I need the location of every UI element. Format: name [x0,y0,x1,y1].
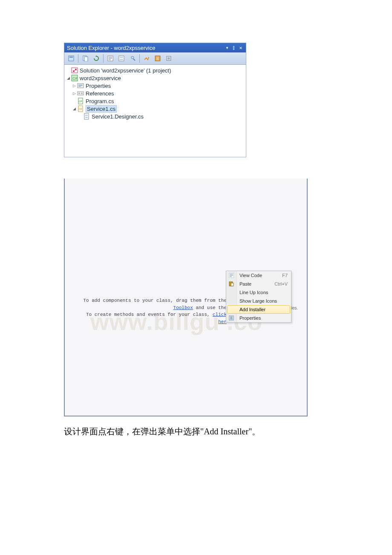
expand-icon[interactable]: ▷ [71,91,77,95]
tree-node-program[interactable]: c# Program.cs [65,97,245,105]
solution-explorer-panel: Solution Explorer - word2xpsservice ▾ ⫿ … [64,43,246,157]
solution-icon [71,67,78,74]
hint-line1a: To add components to your class, drag th… [83,298,227,303]
close-icon[interactable]: ✕ [237,45,244,50]
code-icon [226,271,237,280]
menu-item-show-large-icons[interactable]: Show Large Icons [226,297,291,305]
wrench-icon [77,82,84,89]
svg-rect-26 [85,117,88,118]
references-icon [77,90,84,97]
caption-text: 设计界面点右键，在弹出菜单中选择"Add Installer"。 [64,426,392,437]
svg-rect-32 [230,318,233,319]
blank-icon [226,288,237,297]
svg-rect-5 [119,56,124,61]
view-code-icon[interactable] [105,53,115,64]
hint-line2a: To create methods and events for your cl… [86,312,213,317]
tree-node-service1[interactable]: ◢ c# Service1.cs [65,105,245,113]
tree-node-label: Service1.cs [86,105,117,113]
expand-icon[interactable] [164,53,174,64]
paste-icon [226,280,237,288]
solution-explorer-title: Solution Explorer - word2xpsservice [66,45,224,51]
svg-rect-18 [78,92,80,94]
toolbox-link[interactable]: Toolbox [173,305,193,310]
tree-node-references[interactable]: ▷ References [65,90,245,97]
tree-node-label: word2xpsservice [80,75,121,81]
properties-icon[interactable] [66,53,76,64]
svg-text:C#: C# [72,76,78,81]
csharp-project-icon: C# [71,75,78,81]
view-designer-icon[interactable] [116,53,127,64]
properties-icon [226,314,237,322]
designer-hint-text: To add components to your class, drag th… [80,297,227,325]
svg-point-8 [131,56,134,59]
menu-item-label: Paste [237,281,274,286]
sync-icon[interactable] [141,53,152,64]
hint-line1b: and use the [193,305,227,310]
menu-item-line-up-icons[interactable]: Line Up Icons [226,288,291,297]
svg-text:c#: c# [79,100,82,103]
solution-tree: Solution 'word2xpsservice' (1 project) ◢… [64,65,246,157]
svg-rect-29 [231,283,233,286]
nest-icon[interactable] [153,53,163,64]
tree-node-properties[interactable]: ▷ Properties [65,82,245,90]
expand-icon[interactable]: ▷ [71,84,77,88]
svg-text:c#: c# [79,107,82,110]
solution-explorer-toolbar [64,52,246,65]
svg-rect-7 [120,59,123,60]
tree-node-label: Program.cs [86,98,114,104]
click-here-link[interactable]: click her [213,312,227,324]
refresh-icon[interactable] [91,53,101,64]
tree-node-solution[interactable]: Solution 'word2xpsservice' (1 project) [65,66,245,74]
svg-rect-24 [84,113,89,119]
menu-item-label: Line Up Icons [237,290,288,295]
toolbar-divider [139,54,140,63]
svg-rect-25 [85,115,88,116]
blank-icon [226,297,237,305]
designer-file-icon [83,113,90,120]
collapse-icon[interactable]: ◢ [71,107,77,111]
svg-rect-0 [69,56,74,61]
solution-explorer-titlebar[interactable]: Solution Explorer - word2xpsservice ▾ ⫿ … [64,43,246,52]
svg-rect-1 [69,57,73,58]
tree-node-project[interactable]: ◢ C# word2xpsservice [65,74,245,82]
tree-node-label: Solution 'word2xpsservice' (1 project) [80,67,171,74]
menu-item-view-code[interactable]: View Code F7 [226,271,291,280]
toolbar-divider [103,54,104,63]
service-designer-surface[interactable]: www.billgu .co To add components to your… [64,179,308,416]
collapse-icon[interactable]: ◢ [65,76,71,80]
designer-context-menu: View Code F7 Paste Ctrl+V Line Up Icons … [226,271,291,323]
menu-item-label: Show Large Icons [237,298,288,304]
svg-rect-6 [120,57,123,58]
pin-icon[interactable]: ⫿ [231,45,237,50]
menu-item-add-installer[interactable]: Add Installer [226,305,291,314]
csharp-file-icon: c# [77,98,84,104]
csharp-class-icon: c# [77,105,84,112]
menu-item-shortcut: F7 [282,273,291,278]
show-all-files-icon[interactable] [80,53,90,64]
menu-item-paste[interactable]: Paste Ctrl+V [226,280,291,288]
class-view-icon[interactable] [127,53,138,64]
menu-item-label: Properties [237,315,288,321]
tree-node-label: Properties [86,83,111,89]
tree-node-service1-designer[interactable]: Service1.Designer.cs [65,113,245,120]
menu-item-label: View Code [237,273,282,278]
menu-item-shortcut: Ctrl+V [274,281,291,286]
tree-node-label: References [86,90,114,97]
toolbar-divider [78,54,78,63]
menu-item-label: Add Installer [237,307,288,312]
svg-rect-3 [84,57,88,61]
tree-node-label: Service1.Designer.cs [92,113,144,120]
svg-rect-31 [230,317,233,318]
menu-item-properties[interactable]: Properties [226,314,291,322]
blank-icon [226,305,237,314]
svg-rect-19 [81,92,83,94]
svg-rect-30 [229,316,233,320]
window-dropdown-icon[interactable]: ▾ [224,45,231,50]
